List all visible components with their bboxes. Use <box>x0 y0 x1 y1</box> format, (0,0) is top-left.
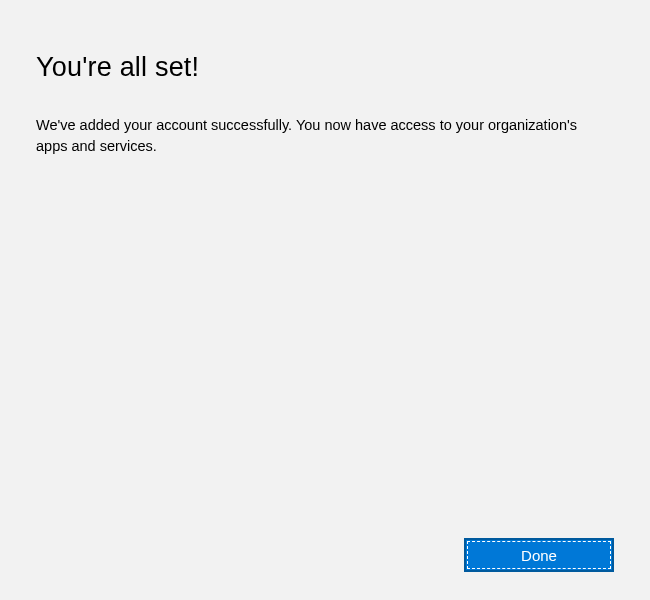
button-row: Done <box>464 538 614 572</box>
dialog-message: We've added your account successfully. Y… <box>36 115 596 157</box>
dialog-title: You're all set! <box>36 52 614 83</box>
account-setup-complete-dialog: You're all set! We've added your account… <box>0 0 650 600</box>
done-button[interactable]: Done <box>464 538 614 572</box>
